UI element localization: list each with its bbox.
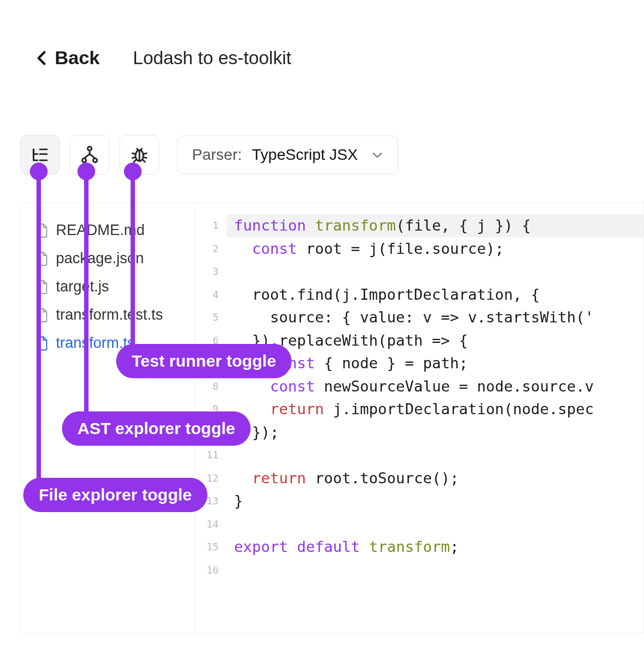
annotation-connector (84, 170, 89, 427)
annotation-label-ast-explorer: AST explorer toggle (62, 411, 251, 446)
code-line[interactable] (226, 443, 643, 467)
file-item[interactable]: target.js (20, 273, 195, 301)
code-editor[interactable]: 12345678910111213141516 function transfo… (195, 203, 643, 633)
file-item[interactable]: README.md (20, 216, 195, 244)
code-line[interactable]: export default transform; (226, 535, 643, 559)
code-line[interactable] (226, 559, 643, 582)
parser-label: Parser: (192, 146, 242, 164)
code-line[interactable]: return j.importDeclaration(node.spec (226, 398, 643, 421)
code-line[interactable] (226, 260, 643, 283)
parser-select[interactable]: Parser: TypeScript JSX (177, 135, 398, 174)
file-name: target.js (56, 278, 109, 295)
chevron-down-icon (371, 149, 383, 161)
code-line[interactable] (226, 513, 643, 536)
svg-point-4 (82, 158, 86, 162)
svg-point-5 (93, 158, 97, 162)
code-line[interactable]: }); (226, 421, 643, 444)
code-line[interactable]: source: { value: v => v.startsWith(' (226, 306, 643, 329)
file-name: transform.test.ts (56, 306, 163, 324)
code-line[interactable]: const newSourceValue = node.source.v (226, 375, 643, 398)
annotation-label-test-runner: Test runner toggle (116, 344, 292, 378)
chevron-left-icon (36, 50, 47, 66)
bug-icon (130, 145, 149, 164)
parser-value: TypeScript JSX (252, 146, 357, 164)
back-button[interactable]: Back (36, 47, 100, 69)
code-line[interactable]: root.find(j.ImportDeclaration, { (226, 283, 643, 306)
code-line[interactable]: }).replaceWith(path => { (226, 329, 643, 352)
code-content[interactable]: function transform(file, { j }) { const … (226, 214, 643, 633)
file-item[interactable]: transform.test.ts (20, 301, 195, 329)
tree-graph-icon (80, 145, 99, 164)
annotation-connector (131, 170, 135, 361)
annotation-connector (37, 170, 41, 494)
code-line[interactable]: const root = j(file.source); (226, 237, 643, 260)
code-line[interactable]: return root.toSource(); (226, 467, 643, 490)
code-line[interactable]: } (226, 489, 643, 513)
svg-point-3 (87, 147, 91, 150)
annotation-label-file-explorer: File explorer toggle (23, 478, 207, 512)
tree-list-icon (30, 145, 49, 164)
page-title: Lodash to es-toolkit (133, 48, 291, 69)
back-label: Back (55, 47, 100, 69)
code-line[interactable]: function transform(file, { j }) { (226, 214, 643, 237)
file-item[interactable]: package.json (20, 244, 195, 273)
